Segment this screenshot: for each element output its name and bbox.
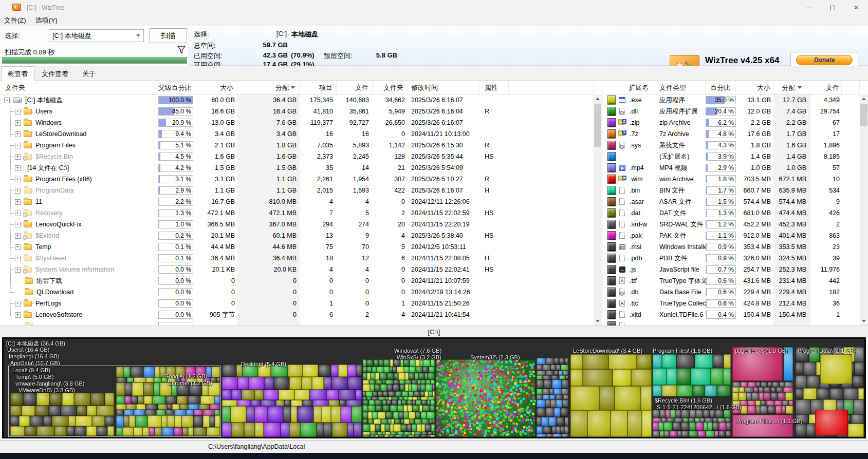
table-row[interactable]: .pakPAK 文件1.1 %912.0 MB401.4 MB863	[603, 230, 860, 241]
folder-name-cell[interactable]: +LenovoQuickFix	[0, 219, 155, 230]
table-row[interactable]: A.ttfTrueType 字体文0.6 %431.6 MB231.4 MB44…	[603, 275, 860, 286]
expand-icon[interactable]: +	[15, 143, 21, 148]
expand-icon[interactable]: +	[15, 301, 21, 307]
expand-icon[interactable]: +	[15, 177, 21, 182]
table-row[interactable]: +Program Files (x86)3.1 %3.1 GB1.1 GB2,2…	[0, 174, 594, 185]
folder-name-cell[interactable]: +LenovoSoftstore	[0, 309, 155, 320]
expand-icon[interactable]: +	[15, 244, 21, 250]
table-row[interactable]: +$SysReset0.1 %36.4 MB36.4 MB181262024/1…	[0, 253, 594, 264]
folder-name-cell[interactable]: +ProgramData	[0, 185, 155, 196]
table-row[interactable]: +Windows20.9 %13.0 GB7.6 GB119,37792,727…	[0, 117, 594, 128]
column-header-5[interactable]: 文件	[337, 81, 373, 94]
scroll-thumb[interactable]	[594, 104, 601, 147]
table-row[interactable]: .jsJavaScript file0.7 %254.7 MB252.3 MB1…	[603, 264, 860, 275]
table-row[interactable]: .asarASAR 文件1.5 %574.4 MB574.4 MB9	[603, 196, 860, 207]
donate-button[interactable]: Donate	[796, 55, 853, 65]
folder-name-cell[interactable]: +Recovery	[0, 207, 155, 219]
table-row[interactable]	[603, 320, 860, 326]
close-button[interactable]: ✕	[844, 0, 868, 15]
column-header-4[interactable]: 项目	[300, 81, 337, 94]
column-header-size[interactable]: 大小	[736, 81, 773, 94]
column-header-3[interactable]: 分配	[237, 81, 300, 94]
table-row[interactable]: +PerfLogs0.0 %001012024/11/15 21:50:26	[0, 298, 594, 309]
table-row[interactable]: A.ttcTrueType Collect0.6 %424.8 MB212.4 …	[603, 298, 860, 309]
folder-name-cell[interactable]: +Windows	[0, 117, 155, 128]
table-row[interactable]: −[C:] 本地磁盘100.0 %60.0 GB36.4 GB175,34514…	[0, 94, 594, 106]
expand-icon[interactable]: +	[15, 165, 21, 171]
table-row[interactable]: .dbData Base File0.6 %229.4 MB229.4 MB18…	[603, 286, 860, 298]
table-row[interactable]: QLDownload0.0 %000002024/12/19 13:14:26	[0, 286, 594, 298]
expand-icon[interactable]: +	[15, 267, 21, 273]
table-row[interactable]: .xltdXunlei.TDFile.60.4 %150.4 MB150.4 M…	[603, 309, 860, 320]
table-row[interactable]: +112.2 %16.7 GB810.0 MB4402024/12/11 12:…	[0, 196, 594, 207]
expand-icon[interactable]: +	[15, 256, 21, 261]
expand-icon[interactable]: +	[15, 199, 21, 205]
table-row[interactable]: (无扩展名)3.9 %1.4 GB1.4 GB8,185	[603, 151, 860, 162]
table-row[interactable]: .binBIN 文件1.7 %660.7 MB635.9 MB534	[603, 185, 860, 196]
column-header-ext[interactable]: 扩展名	[618, 81, 659, 94]
minimize-button[interactable]	[797, 0, 821, 15]
folder-name-cell[interactable]: +[14 文件在 C:\]	[0, 162, 155, 174]
table-row[interactable]: .pdbPDB 文件0.9 %326.0 MB324.5 MB39	[603, 253, 860, 264]
table-row[interactable]: .mp4MP4 视频2.9 %1.0 GB1.0 GB57	[603, 162, 860, 174]
expand-icon[interactable]: +	[15, 120, 21, 126]
tree-table-scrollbar[interactable]	[594, 94, 602, 326]
tab-tree-view[interactable]: 树查看	[1, 66, 34, 81]
column-header-2[interactable]: 大小	[195, 81, 237, 94]
expand-icon[interactable]: +	[15, 222, 21, 227]
scan-button[interactable]: 扫描	[150, 28, 187, 43]
table-row[interactable]: +Recovery1.3 %472.1 MB472.1 MB7522024/11…	[0, 207, 594, 219]
filter-icon[interactable]	[177, 45, 186, 56]
table-row[interactable]: +Users45.0 %16.6 GB16.4 GB41,81035,8615,…	[0, 106, 594, 117]
tab-about[interactable]: 关于	[76, 67, 102, 81]
folder-name-cell[interactable]: +Users	[0, 106, 155, 117]
folder-name-cell[interactable]: +PerfLogs	[0, 298, 155, 309]
expand-icon[interactable]: +	[15, 233, 21, 239]
scroll-down-icon[interactable]	[594, 317, 602, 326]
table-row[interactable]: +ProgramData2.9 %1.1 GB1.1 GB2,0151,5934…	[0, 185, 594, 196]
table-row[interactable]: .msiWindows Installe0.9 %353.4 MB353.5 M…	[603, 241, 860, 253]
tab-file-view[interactable]: 文件查看	[35, 67, 75, 81]
column-header-1[interactable]: 父级百分比	[155, 81, 195, 94]
column-header-alloc[interactable]: 分配	[773, 81, 810, 94]
drive-combo[interactable]: [C:] 本地磁盘	[49, 29, 144, 42]
scroll-up-icon[interactable]	[860, 94, 868, 103]
table-row[interactable]: .sys系统文件4.3 %1.8 GB1.6 GB1,896	[603, 140, 860, 151]
table-row[interactable]: +Program Files5.1 %2.1 GB1.8 GB7,0355,89…	[0, 140, 594, 151]
column-header-8[interactable]: 属性	[479, 81, 509, 94]
table-row[interactable]: .srd-wSRD-WAL 文件1.2 %452.2 MB452.3 MB2	[603, 219, 860, 230]
table-row[interactable]: +$Extend0.2 %20.1 MB60.1 MB13942025/3/26…	[0, 230, 594, 241]
folder-name-cell[interactable]: QLDownload	[0, 286, 155, 298]
folder-name-cell[interactable]: +11	[0, 196, 155, 207]
expand-icon[interactable]: +	[15, 211, 21, 216]
scroll-thumb[interactable]	[860, 104, 867, 126]
table-row[interactable]: 迅雷下载0.0 %000002024/11/21 10:07:59	[0, 275, 594, 286]
scroll-up-icon[interactable]	[594, 94, 602, 103]
extension-table-scrollbar[interactable]	[860, 94, 868, 326]
folder-name-cell[interactable]: +$Extend	[0, 230, 155, 241]
column-header-type[interactable]: 文件类型	[659, 81, 706, 94]
table-row[interactable]: Z.zipzip Archive6.2 %2.2 GB2.2 GB67	[603, 117, 860, 128]
table-row[interactable]: +System Volume Information0.0 %20.1 KB20…	[0, 264, 594, 275]
scroll-down-icon[interactable]	[860, 317, 868, 326]
expand-icon[interactable]: +	[15, 131, 21, 137]
folder-name-cell[interactable]: +System Volume Information	[0, 264, 155, 275]
folder-name-cell[interactable]: 迅雷下载	[0, 275, 155, 286]
column-header-7[interactable]: 修改时间	[408, 81, 479, 94]
table-row[interactable]: +LenovoSoftstore0.0 %905 字节06242024/11/2…	[0, 309, 594, 320]
folder-name-cell[interactable]: +Temp	[0, 241, 155, 253]
expand-icon[interactable]: +	[15, 188, 21, 194]
table-row[interactable]	[0, 320, 594, 326]
expand-icon[interactable]: +	[15, 109, 21, 114]
table-row[interactable]: +$Recycle.Bin4.5 %1.6 GB1.6 GB2,3732,245…	[0, 151, 594, 162]
table-row[interactable]: +Temp0.1 %44.4 MB44.6 MB757052024/12/5 1…	[0, 241, 594, 253]
column-header-0[interactable]: 文件夹	[0, 81, 155, 94]
table-row[interactable]: 7.7z7z Archive4.8 %17.6 GB1.7 GB17	[603, 128, 860, 140]
maximize-button[interactable]	[821, 0, 844, 15]
column-header-6[interactable]: 文件夹	[373, 81, 408, 94]
folder-name-cell[interactable]	[0, 320, 155, 326]
table-row[interactable]: .datDAT 文件1.3 %681.0 MB474.4 MB426	[603, 207, 860, 219]
table-row[interactable]: +LeStoreDownload9.4 %3.4 GB3.4 GB1616020…	[0, 128, 594, 140]
table-row[interactable]: .exe应用程序35.0 %13.1 GB12.7 GB4,349	[603, 94, 860, 106]
treemap[interactable]: [C:] 本地磁盘 (36.4 GB)Users\ (16.4 GB)fangl…	[2, 337, 866, 438]
